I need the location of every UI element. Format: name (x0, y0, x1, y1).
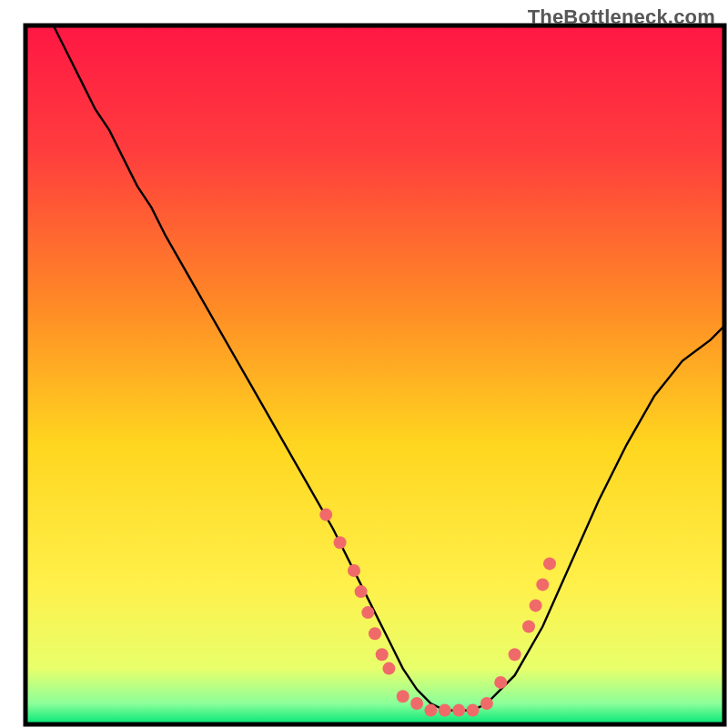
watermark-label: TheBottleneck.com (528, 5, 715, 29)
data-marker (410, 697, 423, 710)
gradient-background (25, 25, 724, 724)
data-marker (355, 585, 368, 598)
data-marker (319, 509, 332, 521)
data-marker (361, 606, 374, 619)
data-marker (509, 648, 521, 661)
data-marker (382, 662, 395, 675)
data-marker (397, 690, 410, 703)
data-marker (543, 557, 556, 570)
data-marker (522, 621, 535, 633)
data-marker (348, 564, 360, 577)
chart-svg (0, 0, 728, 728)
data-marker (376, 648, 389, 661)
data-marker (369, 627, 381, 640)
data-marker (452, 704, 465, 717)
data-marker (530, 599, 542, 612)
data-marker (494, 676, 507, 689)
data-marker (439, 704, 451, 717)
bottleneck-chart: TheBottleneck.com (0, 0, 728, 728)
data-marker (334, 536, 347, 549)
data-marker (480, 697, 493, 710)
data-marker (424, 704, 437, 717)
data-marker (467, 704, 480, 717)
data-marker (536, 578, 549, 591)
